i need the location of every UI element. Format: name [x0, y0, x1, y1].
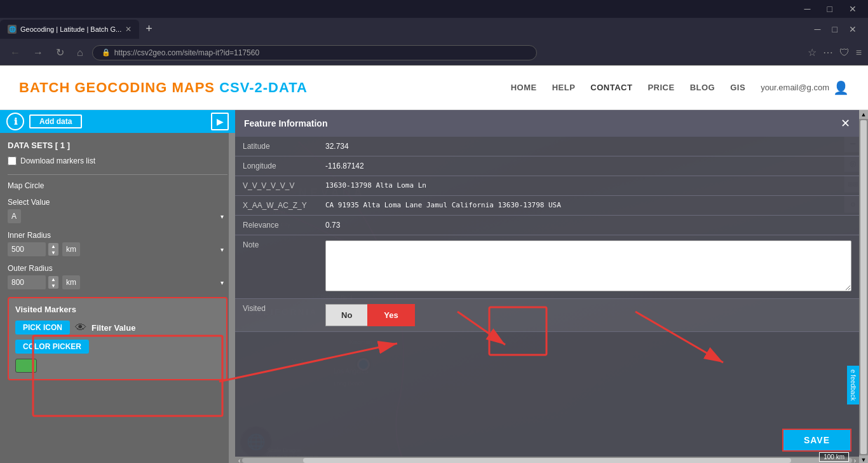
panel-vertical-scrollbar[interactable]: ▲ ▼ — [859, 110, 868, 463]
back-button[interactable]: ← — [6, 46, 24, 60]
field-value-latitude: 32.734 — [318, 137, 859, 156]
map-area[interactable]: NEVADA CALIFORNIA Reno Carson City Baker… — [235, 110, 868, 463]
nav-contact[interactable]: CONTACT — [590, 83, 632, 92]
nav-help[interactable]: HELP — [552, 83, 576, 92]
table-row: V_V_V_V_V_V 13630-13798 Alta Loma Ln — [235, 176, 859, 196]
visited-toggle: No Yes — [325, 304, 851, 326]
feedback-button[interactable]: e feedback — [847, 366, 859, 404]
menu-icon[interactable]: ≡ — [856, 47, 862, 59]
active-tab[interactable]: 🌐 Geocoding | Latitude | Batch G... ✕ — [0, 20, 139, 39]
inner-radius-row: ▲ ▼ km — [8, 242, 227, 256]
add-data-button[interactable]: Add data — [29, 114, 82, 128]
note-cell — [318, 235, 859, 299]
outer-radius-unit-dropdown[interactable]: km — [62, 275, 80, 289]
outer-radius-input[interactable] — [8, 275, 46, 289]
nav-home[interactable]: HOME — [511, 83, 537, 92]
browser-tab-bar: 🌐 Geocoding | Latitude | Batch G... ✕ + … — [0, 18, 868, 40]
feature-panel: Feature Information ✕ Latitude 32.734 Lo… — [235, 110, 859, 463]
download-checkbox[interactable] — [8, 156, 17, 165]
visited-markers-section: Visited Markers PICK ICON 👁 Filter Value… — [8, 297, 227, 380]
collapse-button[interactable]: ▶ — [211, 113, 229, 130]
save-button[interactable]: SAVE — [782, 429, 851, 452]
field-value-longitude: -116.87142 — [318, 156, 859, 176]
panel-horizontal-scrollbar[interactable]: ‹ › — [235, 457, 859, 463]
outer-radius-spinner: ▲ ▼ — [48, 276, 58, 289]
user-avatar-icon[interactable]: 👤 — [833, 80, 849, 95]
tab-close-button[interactable]: ✕ — [125, 25, 132, 34]
inner-radius-unit-dropdown[interactable]: km — [62, 242, 80, 256]
field-value-vvvvvv: 13630-13798 Alta Loma Ln — [318, 176, 859, 196]
visited-cell: No Yes — [318, 299, 859, 332]
visited-no-button[interactable]: No — [325, 304, 367, 326]
outer-radius-input-group: ▲ ▼ — [8, 275, 58, 289]
divider-1 — [8, 174, 227, 175]
select-value-label: Select Value — [8, 198, 227, 207]
scroll-right-arrow[interactable]: › — [852, 457, 858, 464]
home-button[interactable]: ⌂ — [73, 46, 87, 60]
scroll-track — [242, 458, 851, 463]
close-button[interactable]: ✕ — [844, 3, 862, 15]
note-row: Note — [235, 235, 859, 299]
feature-table: Latitude 32.734 Longitude -116.87142 V_V… — [235, 137, 859, 332]
field-key-longitude: Longitude — [235, 156, 318, 176]
browser-maximize[interactable]: □ — [827, 23, 843, 36]
browser-close[interactable]: ✕ — [844, 23, 862, 36]
note-textarea[interactable] — [325, 240, 851, 291]
user-info: your.email@g.com 👤 — [761, 80, 849, 95]
eye-icon[interactable]: 👁 — [75, 321, 86, 335]
visited-yes-button[interactable]: Yes — [367, 304, 414, 326]
scale-label: 100 km — [819, 452, 849, 462]
pick-icon-row: PICK ICON 👁 Filter Value — [15, 321, 220, 335]
maximize-button[interactable]: □ — [822, 3, 837, 15]
inner-radius-group: Inner Radius ▲ ▼ km — [8, 231, 227, 256]
feature-panel-content[interactable]: Latitude 32.734 Longitude -116.87142 V_V… — [235, 137, 859, 424]
url-bar[interactable]: 🔒 https://csv2geo.com/site/map-it?id=117… — [92, 45, 537, 60]
browser-minimize[interactable]: ─ — [810, 23, 826, 36]
outer-radius-up[interactable]: ▲ — [48, 276, 58, 282]
pick-icon-button[interactable]: PICK ICON — [15, 321, 70, 335]
field-value-xaawacyz: CA 91935 Alta Loma Lane Jamul California… — [318, 196, 859, 216]
nav-gis[interactable]: GIS — [730, 83, 745, 92]
inner-radius-input-group: ▲ ▼ — [8, 242, 58, 256]
feature-panel-close-button[interactable]: ✕ — [841, 116, 850, 130]
field-key-relevance: Relevance — [235, 216, 318, 235]
map-circle-label: Map Circle — [8, 181, 227, 190]
nav-blog[interactable]: BLOG — [690, 83, 715, 92]
scroll-down-arrow[interactable]: ▼ — [859, 455, 868, 463]
color-swatch[interactable] — [15, 359, 37, 373]
field-key-vvvvvv: V_V_V_V_V_V — [235, 176, 318, 196]
filter-value-label: Filter Value — [92, 323, 135, 333]
select-value-dropdown[interactable]: A — [8, 209, 21, 223]
scroll-thumb — [303, 458, 790, 463]
info-icon[interactable]: ℹ — [6, 113, 24, 130]
main-layout: ℹ Add data ▶ DATA SETS [ 1 ] Download ma… — [0, 110, 868, 463]
browser-tabs: 🌐 Geocoding | Latitude | Batch G... ✕ + — [0, 18, 156, 40]
nav-links: HOME HELP CONTACT PRICE BLOG GIS your.em… — [511, 80, 849, 95]
field-key-latitude: Latitude — [235, 137, 318, 156]
bookmarks-icon[interactable]: ☆ — [808, 46, 817, 59]
field-value-relevance: 0.73 — [318, 216, 859, 235]
refresh-button[interactable]: ↻ — [52, 45, 68, 60]
color-picker-button[interactable]: COLOR PICKER — [15, 340, 89, 354]
scroll-left-arrow[interactable]: ‹ — [236, 457, 242, 464]
select-value-wrapper: A — [8, 209, 227, 223]
download-checkbox-row: Download markers list — [8, 156, 227, 165]
lock-icon: 🔒 — [102, 48, 111, 57]
shield-icon[interactable]: 🛡 — [839, 47, 850, 59]
inner-radius-down[interactable]: ▼ — [48, 249, 58, 256]
outer-radius-down[interactable]: ▼ — [48, 282, 58, 289]
table-row: X_AA_W_AC_Z_Y CA 91935 Alta Loma Lane Ja… — [235, 196, 859, 216]
inner-radius-up[interactable]: ▲ — [48, 243, 58, 249]
sidebar-scrollbar[interactable] — [229, 133, 235, 463]
forward-button[interactable]: → — [29, 46, 47, 60]
new-tab-button[interactable]: + — [142, 22, 156, 36]
inner-radius-input[interactable] — [8, 242, 46, 256]
nav-price[interactable]: PRICE — [648, 83, 674, 92]
select-value-group: Select Value A — [8, 198, 227, 223]
address-bar: ← → ↻ ⌂ 🔒 https://csv2geo.com/site/map-i… — [0, 40, 868, 66]
minimize-button[interactable]: ─ — [799, 3, 816, 15]
scroll-up-arrow[interactable]: ▲ — [859, 110, 868, 119]
extensions-icon[interactable]: ⋯ — [823, 46, 833, 59]
window-titlebar: ─ □ ✕ — [0, 0, 868, 18]
visited-row: Visited No Yes — [235, 299, 859, 332]
